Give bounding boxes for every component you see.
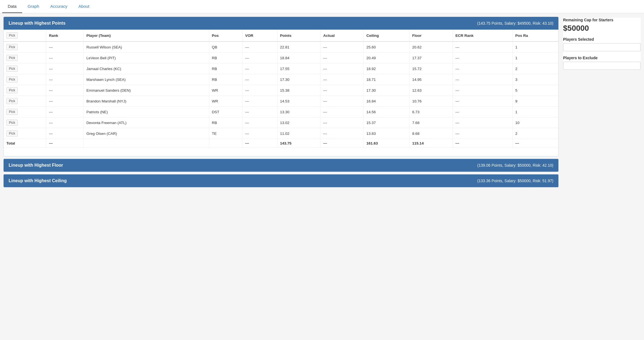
col-vor: VOR bbox=[242, 30, 277, 42]
cell-pos: DST bbox=[209, 107, 242, 117]
cell-player: Greg Olsen (CAR) bbox=[83, 128, 209, 139]
pick-button[interactable]: Pick bbox=[6, 130, 18, 136]
panel-highest-ceiling-header: Lineup with Highest Ceiling (133.36 Poin… bbox=[4, 174, 558, 187]
cell-actual: --- bbox=[320, 128, 364, 139]
tab-graph[interactable]: Graph bbox=[22, 0, 45, 13]
table-row: Pick --- Greg Olsen (CAR) TE --- 11.02 -… bbox=[4, 128, 558, 139]
cell-vor: --- bbox=[242, 128, 277, 139]
tab-data[interactable]: Data bbox=[2, 0, 22, 13]
cell-vor: --- bbox=[242, 96, 277, 107]
pick-button[interactable]: Pick bbox=[6, 76, 18, 83]
cell-ceiling: 15.37 bbox=[364, 117, 409, 128]
cell-player: LeVeon Bell (PIT) bbox=[83, 53, 209, 63]
pick-button[interactable]: Pick bbox=[6, 87, 18, 93]
table-header-row: Pick Rank Player (Team) Pos VOR Points A… bbox=[4, 30, 558, 42]
table-row: Pick --- LeVeon Bell (PIT) RB --- 18.84 … bbox=[4, 53, 558, 63]
cell-rank: --- bbox=[46, 63, 83, 74]
cell-pos: RB bbox=[209, 117, 242, 128]
cell-vor: --- bbox=[242, 42, 277, 53]
cell-pos: WR bbox=[209, 85, 242, 96]
panel-highest-floor-title: Lineup with Highest Floor bbox=[9, 163, 63, 168]
main-layout: Lineup with Highest Points (143.75 Point… bbox=[0, 13, 644, 340]
pick-button[interactable]: Pick bbox=[6, 44, 18, 50]
cell-floor: 17.37 bbox=[409, 53, 453, 63]
col-pos: Pos bbox=[209, 30, 242, 42]
players-exclude-input[interactable] bbox=[563, 62, 641, 70]
pick-button[interactable]: Pick bbox=[6, 98, 18, 104]
cell-ecr-rank: --- bbox=[453, 63, 512, 74]
table-row: Pick --- Jamaal Charles (KC) RB --- 17.5… bbox=[4, 63, 558, 74]
cell-player: Patriots (NE) bbox=[83, 107, 209, 117]
cell-floor: 10.76 bbox=[409, 96, 453, 107]
pick-button[interactable]: Pick bbox=[6, 66, 18, 72]
cell-vor: --- bbox=[242, 85, 277, 96]
left-column: Lineup with Highest Points (143.75 Point… bbox=[3, 17, 559, 337]
cell-pick: Pick bbox=[4, 53, 46, 63]
cell-actual: --- bbox=[320, 107, 364, 117]
cell-points: 14.53 bbox=[277, 96, 320, 107]
panel-highest-ceiling: Lineup with Highest Ceiling (133.36 Poin… bbox=[3, 174, 559, 187]
table-row: Pick --- Emmanuel Sanders (DEN) WR --- 1… bbox=[4, 85, 558, 96]
cell-pick: Pick bbox=[4, 74, 46, 85]
cell-pos-rank: 2 bbox=[512, 63, 558, 74]
cell-vor: --- bbox=[242, 63, 277, 74]
tab-accuracy[interactable]: Accuracy bbox=[45, 0, 73, 13]
cell-actual: --- bbox=[320, 85, 364, 96]
app-container: Data Graph Accuracy About Lineup with Hi… bbox=[0, 0, 644, 340]
total-ceiling: 161.63 bbox=[364, 139, 409, 148]
col-pick: Pick bbox=[4, 30, 46, 42]
cell-pick: Pick bbox=[4, 63, 46, 74]
total-pos bbox=[209, 139, 242, 148]
cell-floor: 6.73 bbox=[409, 107, 453, 117]
table-row: Pick --- Brandon Marshall (NYJ) WR --- 1… bbox=[4, 96, 558, 107]
cell-pos: RB bbox=[209, 53, 242, 63]
cell-ceiling: 18.92 bbox=[364, 63, 409, 74]
cell-ecr-rank: --- bbox=[453, 96, 512, 107]
pick-button[interactable]: Pick bbox=[6, 55, 18, 61]
cell-floor: 20.62 bbox=[409, 42, 453, 53]
total-floor: 115.14 bbox=[409, 139, 453, 148]
panel-highest-ceiling-title: Lineup with Highest Ceiling bbox=[9, 178, 67, 183]
cell-actual: --- bbox=[320, 117, 364, 128]
cell-pos-rank: 3 bbox=[512, 74, 558, 85]
cell-points: 11.02 bbox=[277, 128, 320, 139]
panel-highest-points-meta: (143.75 Points, Salary: $49500, Risk: 43… bbox=[477, 21, 553, 25]
total-label: Total bbox=[4, 139, 46, 148]
cell-vor: --- bbox=[242, 117, 277, 128]
total-player bbox=[83, 139, 209, 148]
cell-floor: 8.68 bbox=[409, 128, 453, 139]
cell-rank: --- bbox=[46, 85, 83, 96]
cell-player: Brandon Marshall (NYJ) bbox=[83, 96, 209, 107]
total-rank: --- bbox=[46, 139, 83, 148]
cell-pos: RB bbox=[209, 74, 242, 85]
table-row: Pick --- Marshawn Lynch (SEA) RB --- 17.… bbox=[4, 74, 558, 85]
cell-pick: Pick bbox=[4, 117, 46, 128]
cell-player: Russell Wilson (SEA) bbox=[83, 42, 209, 53]
cell-ecr-rank: --- bbox=[453, 128, 512, 139]
table-row: Pick --- Devonta Freeman (ATL) RB --- 13… bbox=[4, 117, 558, 128]
cell-ceiling: 13.83 bbox=[364, 128, 409, 139]
cell-actual: --- bbox=[320, 53, 364, 63]
cell-pos-rank: 5 bbox=[512, 85, 558, 96]
remaining-cap-label: Remaining Cap for Starters bbox=[563, 18, 641, 22]
col-floor: Floor bbox=[409, 30, 453, 42]
pick-button[interactable]: Pick bbox=[6, 120, 18, 126]
lineup-table: Pick Rank Player (Team) Pos VOR Points A… bbox=[4, 30, 558, 156]
cell-pick: Pick bbox=[4, 85, 46, 96]
cell-ceiling: 17.30 bbox=[364, 85, 409, 96]
pick-all-button[interactable]: Pick bbox=[6, 32, 18, 38]
pick-button[interactable]: Pick bbox=[6, 109, 18, 115]
players-selected-input[interactable] bbox=[563, 43, 641, 51]
tab-about[interactable]: About bbox=[73, 0, 95, 13]
cell-pos-rank: 1 bbox=[512, 42, 558, 53]
table-row: Pick --- Patriots (NE) DST --- 13.30 ---… bbox=[4, 107, 558, 117]
col-pos-rank: Pos Ra bbox=[512, 30, 558, 42]
cell-rank: --- bbox=[46, 74, 83, 85]
players-selected-label: Players Selected bbox=[563, 37, 641, 42]
cell-player: Devonta Freeman (ATL) bbox=[83, 117, 209, 128]
panel-highest-points: Lineup with Highest Points (143.75 Point… bbox=[3, 17, 559, 156]
panel-highest-floor-meta: (139.06 Points, Salary: $50000, Risk: 42… bbox=[477, 163, 553, 168]
total-row: Total --- --- 143.75 --- 161.63 115.14 -… bbox=[4, 139, 558, 148]
right-column: Remaining Cap for Starters $50000 Player… bbox=[563, 17, 641, 337]
cell-points: 22.81 bbox=[277, 42, 320, 53]
